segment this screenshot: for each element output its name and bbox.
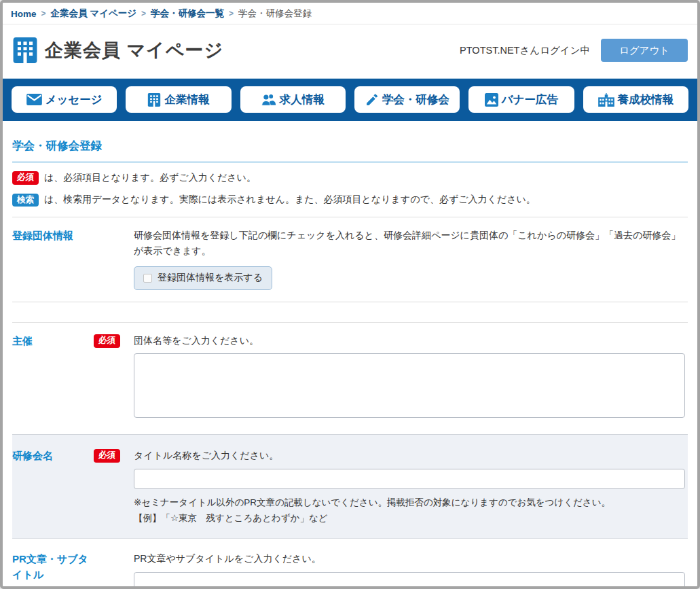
form-row-organizer: 主催 必須 団体名等をご入力ください。: [12, 323, 688, 434]
field-description: 研修会団体情報を登録し下記の欄にチェックを入れると、研修会詳細ページに貴団体の「…: [134, 228, 685, 259]
nav-jobs[interactable]: 求人情報: [240, 86, 346, 113]
checkbox-label: 登録団体情報を表示する: [158, 272, 263, 284]
nav-label: バナー広告: [502, 92, 558, 107]
nav-label: 企業情報: [164, 92, 209, 107]
main-nav: メッセージ 企業情報 求人情報 学会・研修会 バナー広告: [3, 79, 697, 121]
form-row-registered-org: 登録団体情報 研修会団体情報を登録し下記の欄にチェックを入れると、研修会詳細ペー…: [12, 217, 688, 302]
form-row-pr-subtitle: PR文章・サブタイトル PR文章やサブタイトルをご入力ください。: [12, 539, 688, 589]
field-hint: 団体名等をご入力ください。: [134, 333, 685, 349]
breadcrumb-home[interactable]: Home: [11, 9, 37, 19]
breadcrumb: Home > 企業会員 マイページ > 学会・研修会一覧 > 学会・研修会登録: [3, 3, 697, 24]
mail-icon: [26, 94, 42, 105]
breadcrumb-separator: >: [141, 9, 146, 18]
nav-seminars[interactable]: 学会・研修会: [354, 86, 460, 113]
field-hint: PR文章やサブタイトルをご入力ください。: [134, 551, 685, 567]
field-note: ※セミナータイトル以外のPR文章の記載しないでください。掲載拒否の対象になります…: [134, 495, 685, 526]
field-note-line2: 【例】「☆東京 残すところあとわずか」など: [134, 511, 685, 526]
field-hint: タイトル名称をご入力ください。: [134, 448, 685, 463]
field-body: 団体名等をご入力ください。: [134, 333, 688, 423]
badge-cell: 必須: [94, 448, 134, 463]
pr-subtitle-input[interactable]: [134, 572, 685, 589]
breadcrumb-seminar-list[interactable]: 学会・研修会一覧: [151, 7, 224, 20]
notice-required: 必須 は、必須項目となります。必ずご入力ください。: [12, 171, 688, 185]
nav-training-schools[interactable]: 養成校情報: [583, 86, 688, 113]
login-status: PTOTST.NETさんログイン中: [460, 44, 590, 57]
badge-spacer: [94, 228, 134, 228]
section-title: 学会・研修会登録: [12, 139, 688, 162]
nav-banner-ads[interactable]: バナー広告: [468, 86, 574, 113]
breadcrumb-separator: >: [41, 9, 46, 18]
page-title: 企業会員 マイページ: [45, 38, 223, 63]
image-icon: [485, 93, 498, 107]
main-content: 学会・研修会登録 必須 は、必須項目となります。必ずご入力ください。 検索 は、…: [3, 139, 697, 589]
seminar-name-input[interactable]: [134, 469, 685, 489]
field-body: PR文章やサブタイトルをご入力ください。: [134, 551, 688, 589]
page-header: 企業会員 マイページ PTOTST.NETさんログイン中 ログアウト: [3, 24, 697, 79]
badge-cell: 必須: [94, 333, 134, 348]
field-body: 研修会団体情報を登録し下記の欄にチェックを入れると、研修会詳細ページに貴団体の「…: [134, 228, 688, 290]
school-icon: [598, 93, 614, 107]
field-label: 主催: [12, 333, 94, 349]
nav-company-info[interactable]: 企業情報: [126, 86, 231, 113]
field-body: タイトル名称をご入力ください。 ※セミナータイトル以外のPR文章の記載しないでく…: [134, 448, 688, 526]
required-badge: 必須: [94, 449, 120, 463]
header-right: PTOTST.NETさんログイン中 ログアウト: [460, 39, 688, 62]
people-icon: [261, 93, 276, 106]
organizer-textarea[interactable]: [134, 353, 685, 418]
field-label: PR文章・サブタイトル: [12, 551, 94, 582]
building-icon: [147, 93, 161, 107]
show-registered-org-toggle[interactable]: 登録団体情報を表示する: [134, 266, 272, 290]
nav-label: 求人情報: [280, 92, 325, 107]
field-label: 登録団体情報: [12, 228, 94, 244]
badge-spacer: [94, 551, 134, 552]
field-label: 研修会名: [12, 448, 94, 464]
nav-label: 学会・研修会: [382, 92, 449, 107]
checkbox-icon[interactable]: [143, 274, 152, 283]
breadcrumb-current: 学会・研修会登録: [238, 7, 312, 20]
empty-row: [12, 302, 688, 323]
building-icon: [12, 37, 38, 63]
nav-label: メッセージ: [45, 92, 103, 107]
pencil-icon: [365, 93, 379, 107]
required-badge: 必須: [94, 334, 120, 348]
required-badge: 必須: [12, 171, 39, 185]
notice-text: は、検索用データとなります。実際には表示されません。また、必須項目となりますので…: [44, 194, 536, 206]
nav-messages[interactable]: メッセージ: [12, 86, 117, 113]
form-row-seminar-name: 研修会名 必須 タイトル名称をご入力ください。 ※セミナータイトル以外のPR文章…: [12, 434, 688, 539]
notice-text: は、必須項目となります。必ずご入力ください。: [44, 172, 256, 184]
logout-button[interactable]: ログアウト: [601, 39, 688, 62]
breadcrumb-mypage[interactable]: 企業会員 マイページ: [51, 7, 137, 20]
page-frame: Home > 企業会員 マイページ > 学会・研修会一覧 > 学会・研修会登録 …: [0, 0, 700, 589]
field-note-line1: ※セミナータイトル以外のPR文章の記載しないでください。掲載拒否の対象になります…: [134, 495, 685, 511]
nav-label: 養成校情報: [618, 92, 674, 107]
notice-search: 検索 は、検索用データとなります。実際には表示されません。また、必須項目となりま…: [12, 194, 688, 207]
breadcrumb-separator: >: [229, 9, 234, 18]
search-badge: 検索: [12, 194, 39, 207]
